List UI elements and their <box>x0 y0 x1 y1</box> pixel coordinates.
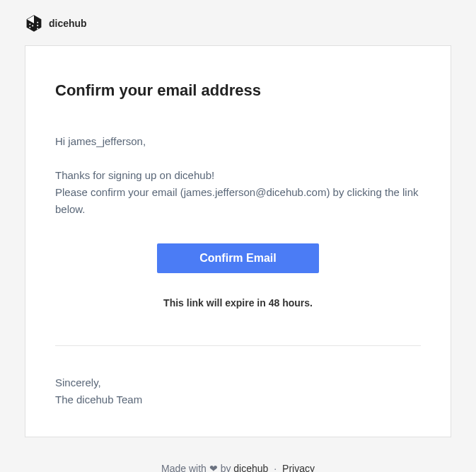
email-title: Confirm your email address <box>55 81 421 100</box>
dicehub-logo-icon <box>25 14 43 33</box>
signoff-team: The dicehub Team <box>55 393 142 405</box>
footer: Made with ❤ by dicehub · Privacy <box>25 463 451 472</box>
brand-name: dicehub <box>49 18 87 29</box>
footer-brand-link[interactable]: dicehub <box>233 463 268 472</box>
svg-point-5 <box>32 25 33 26</box>
footer-by: by <box>221 463 231 472</box>
svg-point-6 <box>37 22 38 23</box>
svg-point-3 <box>29 23 30 25</box>
divider <box>55 345 421 346</box>
svg-point-8 <box>37 28 38 30</box>
confirm-email-button[interactable]: Confirm Email <box>157 243 318 273</box>
heart-icon: ❤ <box>209 463 218 472</box>
svg-point-4 <box>29 27 30 28</box>
expire-notice: This link will expire in 48 hours. <box>55 297 421 309</box>
greeting-text: Hi james_jefferson, <box>55 135 421 147</box>
body-text: Thanks for signing up on dicehub! Please… <box>55 167 421 218</box>
confirm-line: Please confirm your email (james.jeffers… <box>55 186 419 215</box>
footer-made-with: Made with <box>161 463 207 472</box>
svg-point-2 <box>31 18 33 19</box>
footer-separator: · <box>274 463 277 472</box>
thanks-line: Thanks for signing up on dicehub! <box>55 169 214 181</box>
signoff: Sincerely, The dicehub Team <box>55 374 421 408</box>
button-wrap: Confirm Email <box>55 243 421 273</box>
page-container: dicehub Confirm your email address Hi ja… <box>0 0 476 472</box>
brand-header: dicehub <box>25 14 451 33</box>
svg-point-7 <box>37 25 38 26</box>
signoff-label: Sincerely, <box>55 376 101 388</box>
email-card: Confirm your email address Hi james_jeff… <box>25 45 451 437</box>
footer-privacy-link[interactable]: Privacy <box>282 463 315 472</box>
